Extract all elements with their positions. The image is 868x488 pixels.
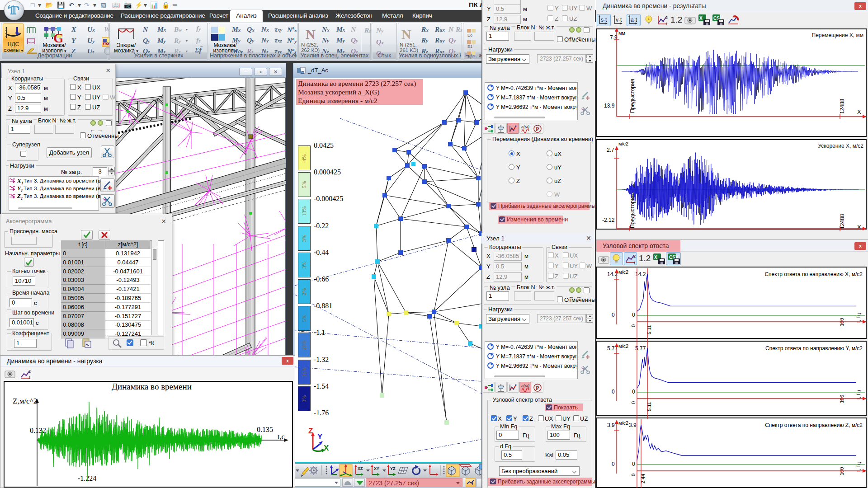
svg-text:X: X xyxy=(324,444,329,452)
svg-text:E1: E1 xyxy=(467,44,472,49)
svg-text:P: P xyxy=(536,126,539,132)
svg-text:a(X): a(X) xyxy=(104,42,109,46)
svg-text:XZ: XZ xyxy=(358,466,363,471)
svg-text:XY: XY xyxy=(374,466,379,471)
svg-text:YZ: YZ xyxy=(390,466,396,471)
svg-text:Y: Y xyxy=(317,432,323,441)
svg-text:Eo: Eo xyxy=(467,33,472,38)
svg-text:Z: Z xyxy=(308,427,313,435)
svg-text:a(ω): a(ω) xyxy=(521,125,529,129)
svg-text:EF: EF xyxy=(467,56,473,60)
svg-text:24: 24 xyxy=(301,71,304,74)
svg-text:P: P xyxy=(536,385,539,391)
svg-text:a(ω): a(ω) xyxy=(521,384,529,388)
